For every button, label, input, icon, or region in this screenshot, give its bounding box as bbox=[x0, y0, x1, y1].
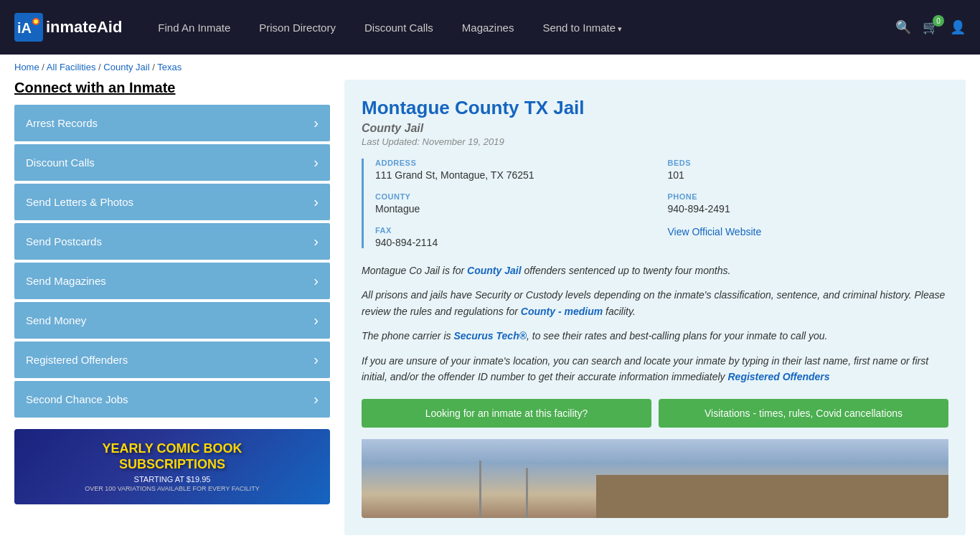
sidebar-item-send-money[interactable]: Send Money › bbox=[14, 302, 330, 339]
beds-block: BEDS 101 bbox=[668, 159, 949, 181]
arrow-icon: › bbox=[314, 352, 319, 368]
nav-discount-calls[interactable]: Discount Calls bbox=[350, 22, 448, 34]
svg-text:iA: iA bbox=[17, 20, 32, 36]
facility-image bbox=[362, 439, 948, 518]
desc-para-3: The phone carrier is Securus Tech®, to s… bbox=[362, 328, 948, 344]
beds-value: 101 bbox=[668, 169, 949, 181]
phone-value: 940-894-2491 bbox=[668, 203, 949, 215]
arrow-icon: › bbox=[314, 273, 319, 289]
county-label: COUNTY bbox=[375, 192, 656, 201]
find-inmate-button[interactable]: Looking for an inmate at this facility? bbox=[362, 399, 651, 428]
flag-pole-1 bbox=[479, 461, 481, 518]
site-header: iA inmateAid Find An Inmate Prison Direc… bbox=[0, 0, 980, 55]
search-icon[interactable]: 🔍 bbox=[895, 19, 911, 35]
address-value: 111 Grand St, Montague, TX 76251 bbox=[375, 169, 656, 181]
main-nav: Find An Inmate Prison Directory Discount… bbox=[143, 22, 895, 34]
address-label: ADDRESS bbox=[375, 159, 656, 167]
arrow-icon: › bbox=[314, 312, 319, 329]
county-value: Montague bbox=[375, 203, 656, 215]
info-grid: ADDRESS 111 Grand St, Montague, TX 76251… bbox=[362, 159, 948, 248]
arrow-icon: › bbox=[314, 233, 319, 250]
ad-title: YEARLY COMIC BOOKSUBSCRIPTIONS bbox=[102, 441, 242, 472]
cart-icon[interactable]: 🛒 0 bbox=[923, 19, 938, 35]
visitations-button[interactable]: Visitations - times, rules, Covid cancel… bbox=[659, 399, 948, 428]
svg-point-3 bbox=[34, 19, 38, 24]
website-link[interactable]: View Official Website bbox=[668, 226, 762, 237]
facility-name: Montague County TX Jail bbox=[362, 97, 948, 119]
connect-title: Connect with an Inmate bbox=[14, 80, 330, 96]
breadcrumb-county-jail[interactable]: County Jail bbox=[103, 62, 149, 72]
building bbox=[596, 475, 948, 518]
breadcrumb-all-facilities[interactable]: All Facilities bbox=[47, 62, 96, 72]
fax-block: FAX 940-894-2114 bbox=[375, 226, 656, 248]
beds-label: BEDS bbox=[668, 159, 949, 167]
sidebar-item-registered-offenders[interactable]: Registered Offenders › bbox=[14, 342, 330, 378]
county-block: COUNTY Montague bbox=[375, 192, 656, 215]
logo[interactable]: iA inmateAid bbox=[14, 13, 122, 42]
logo-text: inmateAid bbox=[46, 18, 122, 37]
registered-offenders-link[interactable]: Registered Offenders bbox=[727, 371, 829, 382]
cart-badge: 0 bbox=[933, 15, 944, 27]
phone-block: PHONE 940-894-2491 bbox=[668, 192, 949, 215]
nav-find-inmate[interactable]: Find An Inmate bbox=[143, 22, 245, 34]
address-block: ADDRESS 111 Grand St, Montague, TX 76251 bbox=[375, 159, 656, 181]
action-buttons: Looking for an inmate at this facility? … bbox=[362, 399, 948, 428]
user-icon[interactable]: 👤 bbox=[950, 19, 966, 35]
ad-detail: OVER 100 VARIATIONS AVAILABLE FOR EVERY … bbox=[85, 485, 260, 492]
phone-label: PHONE bbox=[668, 192, 949, 201]
sidebar-item-discount-calls[interactable]: Discount Calls › bbox=[14, 144, 330, 181]
facility-type: County Jail bbox=[362, 122, 948, 135]
header-icons: 🔍 🛒 0 👤 bbox=[895, 19, 966, 35]
facility-card: Montague County TX Jail County Jail Last… bbox=[344, 80, 966, 535]
desc-para-4: If you are unsure of your inmate's locat… bbox=[362, 353, 948, 385]
nav-magazines[interactable]: Magazines bbox=[448, 22, 529, 34]
description-block: Montague Co Jail is for County Jail offe… bbox=[362, 263, 948, 385]
county-jail-link[interactable]: County Jail bbox=[467, 265, 521, 276]
desc-para-1: Montague Co Jail is for County Jail offe… bbox=[362, 263, 948, 278]
sidebar-item-send-magazines[interactable]: Send Magazines › bbox=[14, 263, 330, 299]
facility-updated: Last Updated: November 19, 2019 bbox=[362, 136, 948, 147]
sidebar: Connect with an Inmate Arrest Records › … bbox=[14, 80, 330, 535]
securus-link[interactable]: Securus Tech® bbox=[453, 330, 527, 342]
nav-send-to-inmate[interactable]: Send to Inmate bbox=[528, 22, 636, 34]
sidebar-item-second-chance-jobs[interactable]: Second Chance Jobs › bbox=[14, 381, 330, 418]
nav-prison-directory[interactable]: Prison Directory bbox=[245, 22, 350, 34]
fax-value: 940-894-2114 bbox=[375, 237, 656, 248]
arrow-icon: › bbox=[314, 194, 319, 210]
breadcrumb-home[interactable]: Home bbox=[14, 62, 39, 72]
fax-label: FAX bbox=[375, 226, 656, 235]
main-content: Montague County TX Jail County Jail Last… bbox=[344, 80, 966, 535]
sidebar-item-arrest-records[interactable]: Arrest Records › bbox=[14, 105, 330, 141]
sidebar-menu: Arrest Records › Discount Calls › Send L… bbox=[14, 105, 330, 418]
website-block: View Official Website bbox=[668, 226, 949, 248]
sidebar-item-send-postcards[interactable]: Send Postcards › bbox=[14, 223, 330, 260]
arrow-icon: › bbox=[314, 154, 319, 171]
flag-pole-2 bbox=[526, 468, 528, 518]
breadcrumb-state[interactable]: Texas bbox=[157, 62, 182, 72]
breadcrumb: Home / All Facilities / County Jail / Te… bbox=[0, 55, 980, 80]
county-medium-link[interactable]: County - medium bbox=[521, 306, 603, 317]
desc-para-2: All prisons and jails have Security or C… bbox=[362, 287, 948, 319]
arrow-icon: › bbox=[314, 115, 319, 131]
ad-banner[interactable]: YEARLY COMIC BOOKSUBSCRIPTIONS STARTING … bbox=[14, 429, 330, 504]
ad-subtitle: STARTING AT $19.95 bbox=[134, 475, 211, 484]
main-layout: Connect with an Inmate Arrest Records › … bbox=[0, 80, 980, 535]
arrow-icon: › bbox=[314, 391, 319, 408]
sidebar-item-send-letters[interactable]: Send Letters & Photos › bbox=[14, 184, 330, 220]
